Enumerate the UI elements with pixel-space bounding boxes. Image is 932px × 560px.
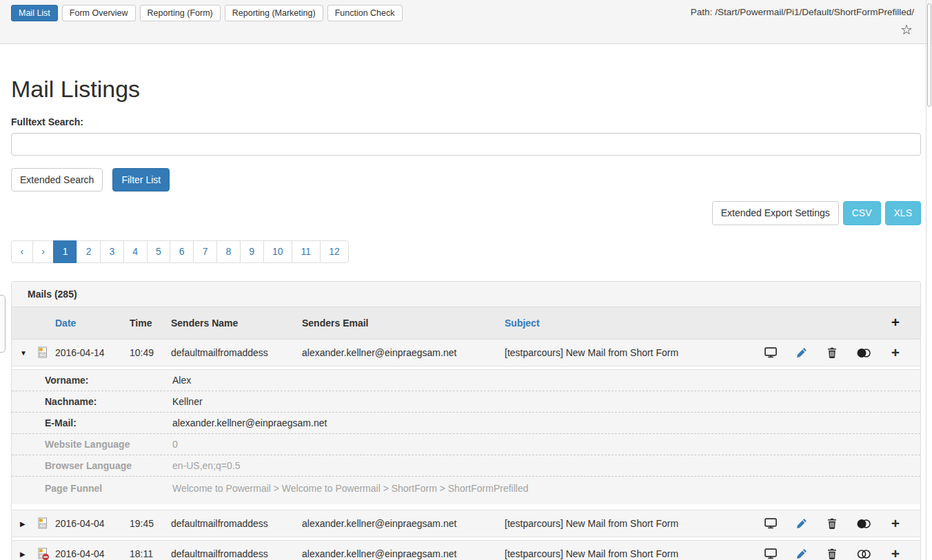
delete-trash-icon[interactable] [827, 548, 837, 559]
delete-trash-icon[interactable] [827, 347, 837, 358]
module-tab-reporting-marketing[interactable]: Reporting (Marketing) [225, 5, 323, 21]
cell-time: 19:45 [130, 518, 171, 529]
cell-time: 18:11 [130, 548, 171, 559]
preview-monitor-icon[interactable] [764, 548, 777, 559]
column-header-senders-name: Senders Name [171, 318, 302, 329]
expand-toggle-icon[interactable]: ▶ [20, 550, 37, 558]
cell-senders-name: defaultmailfromaddess [171, 518, 302, 529]
export-xls-button[interactable]: XLS [885, 201, 921, 225]
detail-row: Vorname: Alex [12, 370, 920, 391]
detail-value: Alex [172, 375, 920, 386]
column-header-date[interactable]: Date [55, 318, 130, 329]
row-plus-icon[interactable]: + [891, 518, 900, 530]
extended-export-settings-button[interactable]: Extended Export Settings [712, 201, 839, 225]
header-plus-icon[interactable]: + [891, 317, 900, 329]
mail-record-icon[interactable] [37, 517, 55, 530]
cell-senders-name: defaultmailfromaddess [171, 548, 302, 559]
mail-row: ▶ 2016-04-04 19:45 defaultmailfromaddess… [12, 510, 920, 537]
detail-label: Page Funnel [45, 483, 172, 494]
column-header-subject[interactable]: Subject [505, 318, 741, 329]
preview-monitor-icon[interactable] [764, 518, 777, 529]
fulltext-search-input[interactable] [11, 133, 921, 156]
cell-date: 2016-04-04 [55, 518, 130, 529]
mail-row: ▼ 2016-04-14 10:49 defaultmailfromaddess… [12, 339, 920, 366]
edit-pencil-icon[interactable] [796, 518, 807, 529]
mail-rows: ▼ 2016-04-14 10:49 defaultmailfromaddess… [12, 339, 920, 560]
delete-trash-icon[interactable] [827, 518, 837, 529]
detail-value: 0 [172, 439, 920, 450]
pagination-page-3[interactable]: 3 [100, 240, 124, 264]
edit-pencil-icon[interactable] [796, 347, 807, 358]
pagination-page-10[interactable]: 10 [263, 240, 293, 264]
scrollbar-thumb[interactable] [927, 3, 931, 107]
mails-panel-title: Mails (285) [12, 282, 920, 307]
module-tab-reporting-form[interactable]: Reporting (Form) [140, 5, 221, 21]
pagination: ‹›123456789101112 [11, 240, 349, 264]
docked-panel-handle[interactable] [0, 295, 6, 353]
detail-row: Page Funnel Welcome to Powermail > Welco… [12, 477, 920, 504]
column-header-time: Time [130, 318, 171, 329]
visibility-toggle-icon[interactable] [856, 348, 871, 358]
detail-label: E-Mail: [45, 417, 172, 428]
module-tab-form-overview[interactable]: Form Overview [62, 5, 136, 21]
visibility-toggle-icon[interactable] [856, 549, 871, 559]
cell-senders-email: alexander.kellner@einpraegsam.net [302, 347, 505, 358]
filter-list-button[interactable]: Filter List [112, 168, 170, 191]
page-path: Path: /Start/Powermail/Pi1/Default/Short… [691, 7, 914, 17]
row-plus-icon[interactable]: + [891, 548, 900, 560]
module-tab-function-check[interactable]: Function Check [327, 5, 403, 21]
detail-row: Browser Language en-US,en;q=0.5 [12, 455, 920, 477]
star-bookmark-icon[interactable]: ☆ [900, 23, 913, 37]
pagination-page-1[interactable]: 1 [53, 240, 77, 264]
pagination-prev[interactable]: ‹ [11, 240, 33, 264]
vertical-scrollbar[interactable] [926, 0, 932, 560]
detail-label: Website Language [45, 439, 172, 450]
pagination-page-7[interactable]: 7 [193, 240, 217, 264]
page-title: Mail Listings [11, 76, 921, 103]
edit-pencil-icon[interactable] [796, 548, 807, 559]
mail-record-icon[interactable] [37, 346, 55, 360]
detail-value: alexander.kellner@einpraegsam.net [172, 417, 920, 428]
pagination-page-6[interactable]: 6 [170, 240, 194, 264]
row-plus-icon[interactable]: + [891, 347, 900, 359]
mail-row: ▶ 2016-04-04 18:11 defaultmailfromaddess… [12, 540, 920, 560]
detail-value: en-US,en;q=0.5 [172, 460, 920, 471]
detail-label: Browser Language [45, 460, 172, 471]
pagination-next[interactable]: › [32, 240, 54, 264]
expand-toggle-icon[interactable]: ▶ [20, 520, 37, 528]
cell-date: 2016-04-04 [55, 548, 130, 559]
cell-subject: [testparcours] New Mail from Short Form [505, 548, 741, 559]
extended-search-button[interactable]: Extended Search [11, 168, 103, 191]
detail-row: Website Language 0 [12, 434, 920, 455]
detail-label: Nachname: [45, 396, 172, 407]
pagination-page-9[interactable]: 9 [240, 240, 264, 264]
detail-row: Nachname: Kellner [12, 391, 920, 413]
cell-time: 10:49 [130, 347, 171, 358]
pagination-page-2[interactable]: 2 [77, 240, 101, 264]
mail-entry: ▼ 2016-04-14 10:49 defaultmailfromaddess… [12, 339, 920, 504]
preview-monitor-icon[interactable] [764, 347, 777, 358]
cell-senders-email: alexander.kellner@einpraegsam.net [302, 548, 505, 559]
pagination-page-12[interactable]: 12 [320, 240, 350, 264]
fulltext-search-label: Fulltext Search: [11, 116, 921, 127]
mail-record-icon[interactable] [37, 548, 55, 560]
mails-panel: Mails (285) Date Time Senders Name Sende… [11, 281, 921, 560]
mail-entry: ▶ 2016-04-04 18:11 defaultmailfromaddess… [12, 540, 920, 560]
table-header-row: Date Time Senders Name Senders Email Sub… [12, 307, 920, 339]
expand-toggle-icon[interactable]: ▼ [20, 349, 37, 357]
module-tab-mail-list[interactable]: Mail List [11, 5, 58, 21]
cell-subject: [testparcours] New Mail from Short Form [505, 347, 741, 358]
pagination-page-11[interactable]: 11 [292, 240, 321, 264]
cell-senders-email: alexander.kellner@einpraegsam.net [302, 518, 505, 529]
pagination-page-4[interactable]: 4 [123, 240, 148, 264]
export-csv-button[interactable]: CSV [843, 201, 881, 225]
main-content: Mail Listings Fulltext Search: Extended … [0, 76, 932, 560]
mail-entry: ▶ 2016-04-04 19:45 defaultmailfromaddess… [12, 510, 920, 537]
pagination-page-5[interactable]: 5 [147, 240, 171, 264]
visibility-toggle-icon[interactable] [856, 519, 871, 529]
mail-details: Vorname: Alex Nachname: Kellner E-Mail: … [12, 369, 920, 504]
pagination-page-8[interactable]: 8 [216, 240, 241, 264]
detail-row: E-Mail: alexander.kellner@einpraegsam.ne… [12, 413, 920, 434]
cell-date: 2016-04-14 [55, 347, 130, 358]
detail-value: Welcome to Powermail > Welcome to Powerm… [172, 483, 920, 494]
